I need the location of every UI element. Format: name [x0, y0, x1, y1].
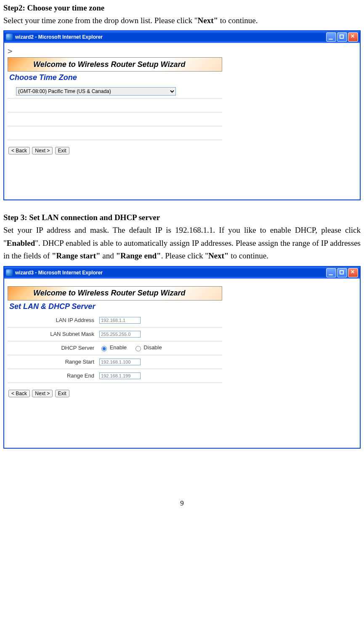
- step3-description: Set your IP address and mask. The defaul…: [3, 224, 361, 262]
- range-end-input[interactable]: [99, 372, 141, 379]
- enable-label: Enable: [110, 344, 127, 351]
- titlebar: wizard2 - Microsoft Internet Explorer: [4, 31, 360, 43]
- range-end-label: Range End: [8, 369, 97, 383]
- ie-icon: [6, 34, 13, 40]
- step2-description: Select your time zone from the drop down…: [3, 14, 361, 27]
- close-button[interactable]: [348, 32, 358, 42]
- wizard2-window: wizard2 - Microsoft Internet Explorer > …: [3, 30, 361, 200]
- step2-heading: Step2: Choose your time zone: [3, 3, 361, 13]
- next-button[interactable]: Next >: [32, 147, 53, 154]
- timezone-table: (GMT-08:00) Pacific Time (US & Canada): [8, 85, 222, 140]
- window-title: wizard3 - Microsoft Internet Explorer: [15, 270, 103, 276]
- t: "Range start": [52, 251, 101, 260]
- lan-table: LAN IP Address LAN Subnet Mask DHCP Serv…: [8, 314, 222, 383]
- range-start-label: Range Start: [8, 355, 97, 369]
- subnet-mask-input[interactable]: [99, 331, 141, 338]
- ie-icon: [6, 269, 13, 276]
- step2-desc-next: Next": [198, 16, 218, 25]
- close-button[interactable]: [348, 268, 358, 277]
- dhcp-enable-radio[interactable]: [101, 346, 107, 351]
- section-title-timezone: Choose Time Zone: [9, 73, 356, 82]
- maximize-button[interactable]: [337, 32, 347, 42]
- subnet-mask-label: LAN Subnet Mask: [8, 327, 97, 341]
- greater-than-indicator: >: [8, 46, 356, 56]
- minimize-button[interactable]: [326, 268, 336, 277]
- back-button[interactable]: < Back: [8, 390, 30, 397]
- lan-ip-input[interactable]: [99, 317, 141, 324]
- titlebar: wizard3 - Microsoft Internet Explorer: [4, 267, 360, 279]
- t: "Range end": [116, 251, 161, 260]
- wizard-banner: Welcome to Wireless Router Setup Wizard: [8, 57, 222, 72]
- section-title-lan: Set LAN & DHCP Server: [9, 302, 356, 311]
- step2-desc-part2: to continue.: [218, 16, 258, 25]
- t: and: [101, 251, 116, 260]
- range-start-input[interactable]: [99, 359, 141, 365]
- wizard3-window: wizard3 - Microsoft Internet Explorer We…: [3, 266, 361, 449]
- page-number: 9: [3, 499, 361, 508]
- step3-heading: Step 3: Set LAN connection and DHCP serv…: [3, 213, 361, 222]
- maximize-button[interactable]: [337, 268, 347, 277]
- minimize-button[interactable]: [326, 32, 336, 42]
- t: to continue.: [228, 251, 268, 260]
- exit-button[interactable]: Exit: [55, 390, 69, 397]
- t: . Please click ": [161, 251, 208, 260]
- wizard-banner: Welcome to Wireless Router Setup Wizard: [8, 286, 222, 301]
- t: Next": [208, 251, 229, 260]
- window-title: wizard2 - Microsoft Internet Explorer: [15, 34, 103, 40]
- dhcp-disable-radio[interactable]: [136, 346, 141, 351]
- disable-label: Disable: [143, 344, 162, 351]
- step2-desc-part1: Select your time zone from the drop down…: [3, 16, 198, 25]
- back-button[interactable]: < Back: [8, 147, 30, 154]
- next-button[interactable]: Next >: [32, 390, 53, 397]
- lan-ip-label: LAN IP Address: [8, 314, 97, 327]
- exit-button[interactable]: Exit: [55, 147, 69, 154]
- timezone-select[interactable]: (GMT-08:00) Pacific Time (US & Canada): [16, 87, 176, 96]
- dhcp-label: DHCP Server: [8, 341, 97, 355]
- t: Enabled: [7, 239, 35, 247]
